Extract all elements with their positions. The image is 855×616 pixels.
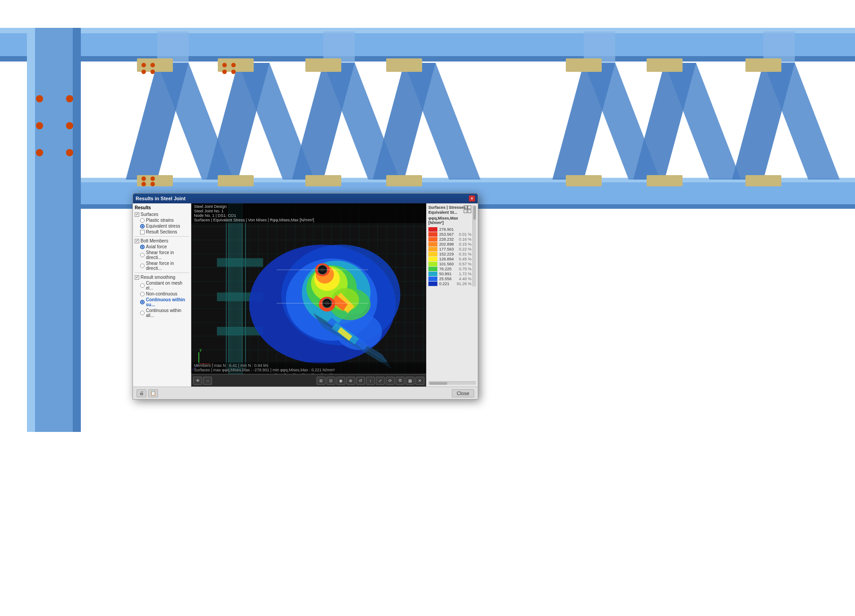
svg-marker-19 xyxy=(292,63,355,180)
constant-mesh-radio[interactable] xyxy=(140,283,145,288)
non-continuous-item[interactable]: Non-continuous xyxy=(140,291,189,297)
svg-point-46 xyxy=(150,176,155,181)
result-sections-item[interactable]: Result Sections xyxy=(140,229,189,235)
footer-line2: Surfaces | max φφq,Mises,Max : -278.901 … xyxy=(194,368,423,372)
legend-item-8: 76.225 0.75 % xyxy=(428,267,472,271)
bottom-scrollbar[interactable] xyxy=(428,381,476,385)
nav-btn-6[interactable]: ↕ xyxy=(366,377,375,385)
continuous-within-all-label: Continuous within all... xyxy=(146,308,189,318)
continuous-within-su-item[interactable]: Continuous within su... xyxy=(140,297,189,308)
legend-item-5: 152.229 0.31 % xyxy=(428,252,472,256)
svg-rect-3 xyxy=(27,28,81,432)
legend-item-0: 278.901 xyxy=(428,227,472,232)
nav-btn-8[interactable]: ⟳ xyxy=(386,377,395,385)
svg-rect-4 xyxy=(27,28,35,432)
equivalent-stress-item[interactable]: Equivalent stress xyxy=(140,223,189,229)
result-sections-checkbox[interactable] xyxy=(140,230,145,234)
result-smoothing-item[interactable]: Result smoothing xyxy=(135,274,189,280)
legend-color-6 xyxy=(428,257,437,261)
svg-marker-29 xyxy=(584,31,615,63)
nav-btn-7[interactable]: ⤢ xyxy=(376,377,385,385)
svg-rect-17 xyxy=(218,175,254,186)
nav-btn-4[interactable]: ⊕ xyxy=(346,377,355,385)
plastic-strains-item[interactable]: Plastic strains xyxy=(140,217,189,223)
svg-point-47 xyxy=(141,182,146,186)
shear-force2-item[interactable]: Shear force in directi... xyxy=(140,260,189,271)
svg-point-48 xyxy=(150,182,155,186)
legend-item-1: 253.567 0.01 % xyxy=(428,232,472,237)
viewport-header-line2: Steel Joint No. 1 xyxy=(194,209,423,213)
shear-force1-item[interactable]: Shear force in directi... xyxy=(140,250,189,260)
legend-color-9 xyxy=(428,272,437,276)
nav-btn-5[interactable]: ↺ xyxy=(356,377,365,385)
bottom-scrollbar-thumb[interactable] xyxy=(429,382,447,385)
legend-value-10: 25.556 xyxy=(439,277,452,281)
svg-rect-35 xyxy=(647,175,683,186)
svg-marker-36 xyxy=(763,63,840,180)
bolt-members-checkbox[interactable] xyxy=(135,239,139,243)
svg-marker-20 xyxy=(323,31,355,63)
shear-force2-radio[interactable] xyxy=(140,264,145,268)
legend-percent-2: 0.16 % xyxy=(459,237,472,242)
svg-rect-144 xyxy=(464,210,467,213)
svg-rect-40 xyxy=(745,175,781,186)
result-smoothing-checkbox[interactable] xyxy=(135,275,139,280)
close-button[interactable]: Close xyxy=(452,389,474,397)
dialog-title: Results in Steel Joint xyxy=(136,196,185,201)
legend-scrollbar-thumb[interactable] xyxy=(473,206,476,220)
bolt-members-label: Bolt Members xyxy=(141,238,168,243)
continuous-within-all-item[interactable]: Continuous within all... xyxy=(140,308,189,318)
legend-percent-3: 0.15 % xyxy=(459,242,472,246)
non-continuous-radio[interactable] xyxy=(140,292,145,296)
svg-point-55 xyxy=(36,149,43,156)
export-btn[interactable]: 📋 xyxy=(148,389,158,397)
nav-btn-10[interactable]: ▦ xyxy=(405,377,414,385)
3d-viewport[interactable]: Steel Joint Design Steel Joint No. 1 Nod… xyxy=(191,203,426,387)
svg-rect-39 xyxy=(745,58,781,72)
legend-percent-9: 1.72 % xyxy=(459,272,472,276)
bolt-members-item[interactable]: Bolt Members xyxy=(135,238,189,244)
shear-force1-radio[interactable] xyxy=(140,253,145,257)
eye-icon-btn[interactable]: 👁 xyxy=(193,377,202,385)
dialog-close-button[interactable]: × xyxy=(469,195,475,202)
legend-percent-6: 0.45 % xyxy=(459,257,472,261)
print-btn[interactable]: 🖨 xyxy=(137,389,146,397)
svg-rect-24 xyxy=(305,175,341,186)
svg-point-45 xyxy=(141,176,146,181)
legend-color-11 xyxy=(428,282,437,286)
constant-mesh-label: Constant on mesh el... xyxy=(146,281,189,290)
legend-value-0: 278.901 xyxy=(439,227,454,232)
svg-rect-26 xyxy=(386,175,422,186)
results-section-title: Results xyxy=(135,205,189,210)
viewport-header-line4: Surfaces | Equivalent Stress | Von Mises… xyxy=(194,218,423,222)
legend-item-2: 228.232 0.16 % xyxy=(428,237,472,242)
arrow-btn[interactable]: → xyxy=(203,377,212,385)
svg-point-50 xyxy=(231,63,236,67)
equivalent-stress-radio[interactable] xyxy=(140,224,145,229)
nav-btn-1[interactable]: ⊞ xyxy=(317,377,326,385)
continuous-within-su-label: Continuous within su... xyxy=(146,297,189,307)
continuous-within-all-radio[interactable] xyxy=(140,311,145,315)
grid-view-icon[interactable] xyxy=(463,205,472,213)
axial-force-item[interactable]: Axial force xyxy=(140,244,189,250)
svg-marker-38 xyxy=(763,31,795,63)
svg-marker-28 xyxy=(552,63,615,180)
nav-btn-9[interactable]: ⧉ xyxy=(396,377,405,385)
continuous-within-su-radio[interactable] xyxy=(140,300,145,304)
nav-btn-3[interactable]: ◉ xyxy=(336,377,345,385)
legend-percent-7: 0.57 % xyxy=(459,262,472,266)
constant-mesh-item[interactable]: Constant on mesh el... xyxy=(140,280,189,291)
surfaces-label: Surfaces xyxy=(141,212,158,217)
plastic-strains-radio[interactable] xyxy=(140,218,145,223)
viewport-toolbar: 👁 → ⊞ ⊟ ◉ ⊕ ↺ ↕ ⤢ ⟳ ⧉ ▦ ✕ xyxy=(191,374,426,387)
surfaces-item[interactable]: Surfaces xyxy=(135,211,189,217)
surfaces-checkbox[interactable] xyxy=(135,212,139,217)
axial-force-radio[interactable] xyxy=(140,245,145,249)
legend-scrollbar[interactable] xyxy=(472,205,476,286)
legend-color-4 xyxy=(428,247,437,251)
svg-rect-143 xyxy=(468,206,471,209)
svg-marker-10 xyxy=(126,63,189,180)
nav-btn-2[interactable]: ⊟ xyxy=(326,377,335,385)
nav-btn-11[interactable]: ✕ xyxy=(415,377,424,385)
svg-rect-0 xyxy=(0,28,855,62)
